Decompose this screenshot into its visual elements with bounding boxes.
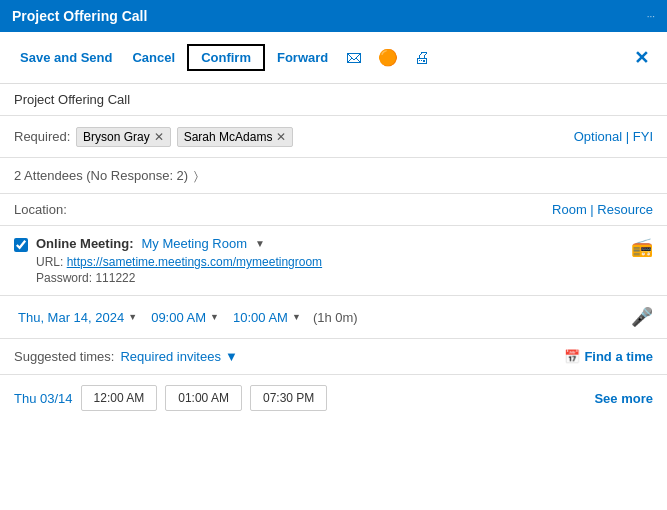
find-time-button[interactable]: 📅 Find a time xyxy=(564,349,653,364)
window-title: Project Offering Call xyxy=(12,8,147,24)
meeting-details: Online Meeting: My Meeting Room ▼ URL: h… xyxy=(36,236,631,285)
timeslot-2-button[interactable]: 01:00 AM xyxy=(165,385,242,411)
window-dots: ··· xyxy=(647,11,655,22)
location-label: Location: xyxy=(14,202,84,217)
meeting-url-link[interactable]: https://sametime.meetings.com/mymeetingr… xyxy=(67,255,322,269)
content-area: Project Offering Call Required: Bryson G… xyxy=(0,84,667,510)
end-time-value: 10:00 AM xyxy=(233,310,288,325)
required-invitees-button[interactable]: Required invitees ▼ xyxy=(120,349,237,364)
calendar-small-icon: 📅 xyxy=(564,349,580,364)
see-more-button[interactable]: See more xyxy=(594,391,653,406)
start-time-button[interactable]: 09:00 AM ▼ xyxy=(147,308,223,327)
forward-button[interactable]: Forward xyxy=(269,46,336,69)
online-meeting-label: Online Meeting: xyxy=(36,236,134,251)
monitor-icon: 📻 xyxy=(631,236,653,258)
icon-button-3[interactable]: 🖨 xyxy=(408,45,436,71)
attendee-name-sarah: Sarah McAdams xyxy=(184,130,273,144)
close-button[interactable]: ✕ xyxy=(628,45,655,71)
required-row: Required: Bryson Gray ✕ Sarah McAdams ✕ … xyxy=(0,116,667,158)
attendees-chevron-icon: 〉 xyxy=(194,169,198,183)
attendee-tag-bryson: Bryson Gray ✕ xyxy=(76,127,171,147)
remove-sarah-button[interactable]: ✕ xyxy=(276,131,286,143)
timeslot-3-button[interactable]: 07:30 PM xyxy=(250,385,327,411)
timeslots-row: Thu 03/14 12:00 AM 01:00 AM 07:30 PM See… xyxy=(0,375,667,421)
timeslot-date-label: Thu 03/14 xyxy=(14,391,73,406)
attendee-tags: Bryson Gray ✕ Sarah McAdams ✕ xyxy=(76,127,574,147)
meeting-url-row: URL: https://sametime.meetings.com/mymee… xyxy=(36,255,631,269)
meeting-title-row: Online Meeting: My Meeting Room ▼ xyxy=(36,236,631,251)
datetime-row: Thu, Mar 14, 2024 ▼ 09:00 AM ▼ 10:00 AM … xyxy=(0,296,667,339)
url-label: URL: xyxy=(36,255,63,269)
timeslot-1-button[interactable]: 12:00 AM xyxy=(81,385,158,411)
end-time-button[interactable]: 10:00 AM ▼ xyxy=(229,308,305,327)
icon-button-2[interactable]: 🟠 xyxy=(372,44,404,71)
cancel-button[interactable]: Cancel xyxy=(124,46,183,69)
title-bar: Project Offering Call ··· xyxy=(0,0,667,32)
date-button[interactable]: Thu, Mar 14, 2024 ▼ xyxy=(14,308,141,327)
microphone-icon: 🎤 xyxy=(631,306,653,328)
password-value: 111222 xyxy=(95,271,135,285)
meeting-room-dropdown-icon[interactable]: ▼ xyxy=(255,238,265,249)
attendee-tag-sarah: Sarah McAdams ✕ xyxy=(177,127,294,147)
find-time-label: Find a time xyxy=(584,349,653,364)
start-time-caret-icon: ▼ xyxy=(210,312,219,322)
date-caret-icon: ▼ xyxy=(128,312,137,322)
subject-text: Project Offering Call xyxy=(14,92,130,107)
suggested-times-row: Suggested times: Required invitees ▼ 📅 F… xyxy=(0,339,667,375)
attendees-summary: 2 Attendees (No Response: 2) xyxy=(14,168,188,183)
end-time-caret-icon: ▼ xyxy=(292,312,301,322)
meeting-password-row: Password: 111222 xyxy=(36,271,631,285)
online-meeting-checkbox-wrap[interactable] xyxy=(14,238,28,255)
password-label: Password: xyxy=(36,271,92,285)
confirm-button[interactable]: Confirm xyxy=(187,44,265,71)
attendees-row[interactable]: 2 Attendees (No Response: 2) 〉 xyxy=(0,158,667,194)
remove-bryson-button[interactable]: ✕ xyxy=(154,131,164,143)
attendee-name-bryson: Bryson Gray xyxy=(83,130,150,144)
save-and-send-button[interactable]: Save and Send xyxy=(12,46,120,69)
toolbar: Save and Send Cancel Confirm Forward 🖂 🟠… xyxy=(0,32,667,84)
location-row: Location: Room | Resource xyxy=(0,194,667,226)
suggested-label: Suggested times: xyxy=(14,349,114,364)
start-time-value: 09:00 AM xyxy=(151,310,206,325)
required-invitees-label: Required invitees xyxy=(120,349,220,364)
online-meeting-checkbox[interactable] xyxy=(14,238,28,252)
subject-row: Project Offering Call xyxy=(0,84,667,116)
date-value: Thu, Mar 14, 2024 xyxy=(18,310,124,325)
room-resource-link[interactable]: Room | Resource xyxy=(552,202,653,217)
icon-button-1[interactable]: 🖂 xyxy=(340,45,368,71)
duration-text: (1h 0m) xyxy=(313,310,358,325)
meeting-room-link[interactable]: My Meeting Room xyxy=(142,236,247,251)
required-invitees-caret-icon: ▼ xyxy=(225,349,238,364)
optional-fyi-link[interactable]: Optional | FYI xyxy=(574,129,653,144)
online-meeting-row: Online Meeting: My Meeting Room ▼ URL: h… xyxy=(0,226,667,296)
required-label: Required: xyxy=(14,129,76,144)
